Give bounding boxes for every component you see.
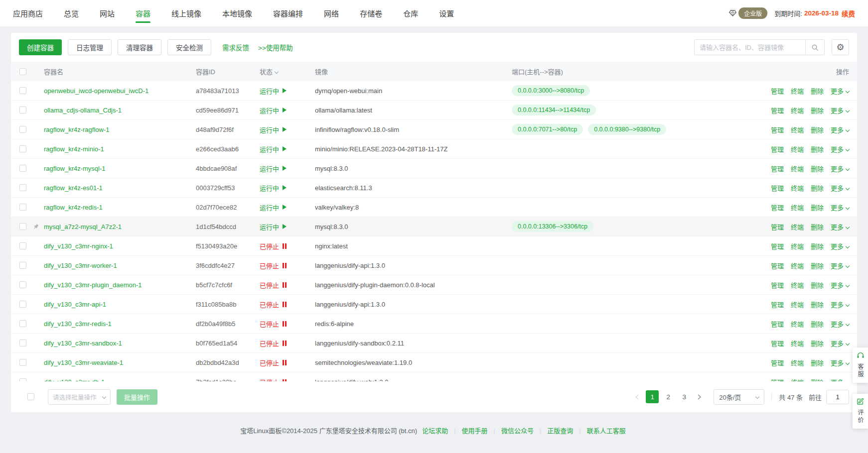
row-action-manage[interactable]: 管理 (771, 261, 784, 270)
container-name-link[interactable]: dify_v130_c3mr-plugin_daemon-1 (44, 281, 196, 289)
row-action-delete[interactable]: 删除 (811, 164, 824, 173)
row-checkbox[interactable] (19, 340, 26, 346)
row-action-delete[interactable]: 删除 (811, 203, 824, 212)
row-action-manage[interactable]: 管理 (771, 222, 784, 231)
container-name-link[interactable]: dify_v130_c3mr-sandbox-1 (44, 340, 196, 347)
row-action-more[interactable]: 更多 (831, 319, 849, 329)
row-action-terminal[interactable]: 终端 (791, 125, 804, 134)
footer-link-manual[interactable]: 使用手册 (462, 427, 488, 435)
renew-link[interactable]: 续费 (842, 8, 855, 18)
row-action-delete[interactable]: 删除 (811, 222, 824, 231)
container-name-link[interactable]: ragflow_kr4z-mysql-1 (44, 165, 196, 172)
row-action-more[interactable]: 更多 (831, 339, 849, 348)
row-action-terminal[interactable]: 终端 (791, 358, 804, 367)
row-action-more[interactable]: 更多 (831, 280, 849, 290)
container-name-link[interactable]: dify_v130_c3mr-weaviate-1 (44, 359, 196, 366)
next-page-button[interactable] (693, 390, 706, 403)
row-checkbox[interactable] (19, 145, 26, 152)
row-action-delete[interactable]: 删除 (811, 106, 824, 115)
row-action-manage[interactable]: 管理 (771, 300, 784, 309)
row-action-delete[interactable]: 删除 (811, 339, 824, 348)
row-checkbox[interactable] (19, 184, 26, 191)
container-name-link[interactable]: ragflow_kr4z-es01-1 (44, 184, 196, 192)
nav-item-local-images[interactable]: 本地镜像 (222, 0, 252, 26)
row-action-terminal[interactable]: 终端 (791, 261, 804, 270)
row-action-more[interactable]: 更多 (831, 183, 849, 193)
row-checkbox[interactable] (19, 301, 26, 308)
footer-link-contact-support[interactable]: 联系人工客服 (587, 427, 626, 435)
row-action-manage[interactable]: 管理 (771, 164, 784, 173)
row-checkbox[interactable] (19, 320, 26, 327)
security-check-button[interactable]: 安全检测 (167, 39, 211, 55)
row-action-manage[interactable]: 管理 (771, 280, 784, 290)
row-action-manage[interactable]: 管理 (771, 183, 784, 193)
row-checkbox[interactable] (19, 262, 26, 269)
row-action-manage[interactable]: 管理 (771, 319, 784, 329)
prev-page-button[interactable] (631, 390, 644, 403)
row-action-more[interactable]: 更多 (831, 300, 849, 309)
gear-icon[interactable]: ⚙ (832, 39, 849, 55)
log-manage-button[interactable]: 日志管理 (68, 39, 112, 55)
row-action-manage[interactable]: 管理 (771, 339, 784, 348)
search-input[interactable] (695, 44, 805, 51)
row-action-delete[interactable]: 删除 (811, 300, 824, 309)
batch-operation-select[interactable]: 请选择批量操作 (48, 389, 111, 405)
row-action-more[interactable]: 更多 (831, 261, 849, 270)
nav-item-website[interactable]: 网站 (100, 0, 115, 26)
page-number-3[interactable]: 3 (678, 390, 691, 403)
container-name-link[interactable]: dify_v130_c3mr-redis-1 (44, 320, 196, 328)
row-action-more[interactable]: 更多 (831, 377, 849, 382)
row-checkbox[interactable] (19, 359, 26, 366)
goto-page-input[interactable] (826, 390, 849, 404)
nav-item-volumes[interactable]: 存储卷 (360, 0, 382, 26)
row-action-delete[interactable]: 删除 (811, 319, 824, 329)
nav-item-repository[interactable]: 仓库 (403, 0, 418, 26)
bottom-select-all-checkbox[interactable] (27, 393, 34, 400)
container-name-link[interactable]: ragflow_kr4z-redis-1 (44, 204, 196, 211)
footer-link-genuine-check[interactable]: 正版查询 (547, 427, 573, 435)
row-action-delete[interactable]: 删除 (811, 261, 824, 270)
container-name-link[interactable]: dify_v130_c3mr-worker-1 (44, 262, 196, 269)
row-action-more[interactable]: 更多 (831, 125, 849, 134)
nav-item-overview[interactable]: 总览 (64, 0, 79, 26)
row-action-more[interactable]: 更多 (831, 358, 849, 367)
help-link[interactable]: >>使用帮助 (258, 42, 293, 52)
row-action-delete[interactable]: 删除 (811, 86, 824, 96)
row-checkbox[interactable] (19, 87, 26, 94)
container-name-link[interactable]: dify_v130_c3mr-nginx-1 (44, 242, 196, 250)
container-name-link[interactable]: ragflow_kr4z-ragflow-1 (44, 126, 196, 133)
container-name-link[interactable]: mysql_a7z2-mysql_A7z2-1 (44, 223, 196, 230)
container-name-link[interactable]: openwebui_iwcd-openwebui_iwcD-1 (44, 87, 196, 95)
batch-operation-button[interactable]: 批量操作 (117, 389, 157, 405)
row-action-manage[interactable]: 管理 (771, 125, 784, 134)
customer-service-widget[interactable]: 客服 (853, 347, 868, 383)
row-action-manage[interactable]: 管理 (771, 144, 784, 154)
row-action-manage[interactable]: 管理 (771, 377, 784, 382)
select-all-checkbox[interactable] (19, 68, 26, 75)
header-status-filter[interactable]: 状态 (260, 67, 315, 76)
row-action-terminal[interactable]: 终端 (791, 164, 804, 173)
clean-container-button[interactable]: 清理容器 (118, 39, 161, 55)
row-action-manage[interactable]: 管理 (771, 106, 784, 115)
row-action-more[interactable]: 更多 (831, 106, 849, 115)
page-number-1[interactable]: 1 (646, 390, 659, 403)
row-action-more[interactable]: 更多 (831, 164, 849, 173)
nav-item-app-store[interactable]: 应用商店 (13, 0, 43, 26)
row-action-manage[interactable]: 管理 (771, 203, 784, 212)
row-action-more[interactable]: 更多 (831, 222, 849, 231)
page-number-2[interactable]: 2 (662, 390, 675, 403)
footer-link-wechat[interactable]: 微信公众号 (501, 427, 534, 435)
row-action-terminal[interactable]: 终端 (791, 280, 804, 290)
row-action-terminal[interactable]: 终端 (791, 339, 804, 348)
row-action-delete[interactable]: 删除 (811, 144, 824, 154)
row-action-terminal[interactable]: 终端 (791, 300, 804, 309)
row-action-terminal[interactable]: 终端 (791, 106, 804, 115)
nav-item-container[interactable]: 容器 (136, 0, 150, 26)
container-name-link[interactable]: ragflow_kr4z-minio-1 (44, 145, 196, 153)
row-checkbox[interactable] (19, 107, 26, 113)
nav-item-online-images[interactable]: 线上镜像 (171, 0, 201, 26)
row-action-delete[interactable]: 删除 (811, 241, 824, 251)
row-action-delete[interactable]: 删除 (811, 280, 824, 290)
row-action-delete[interactable]: 删除 (811, 377, 824, 382)
search-icon[interactable] (805, 40, 824, 55)
